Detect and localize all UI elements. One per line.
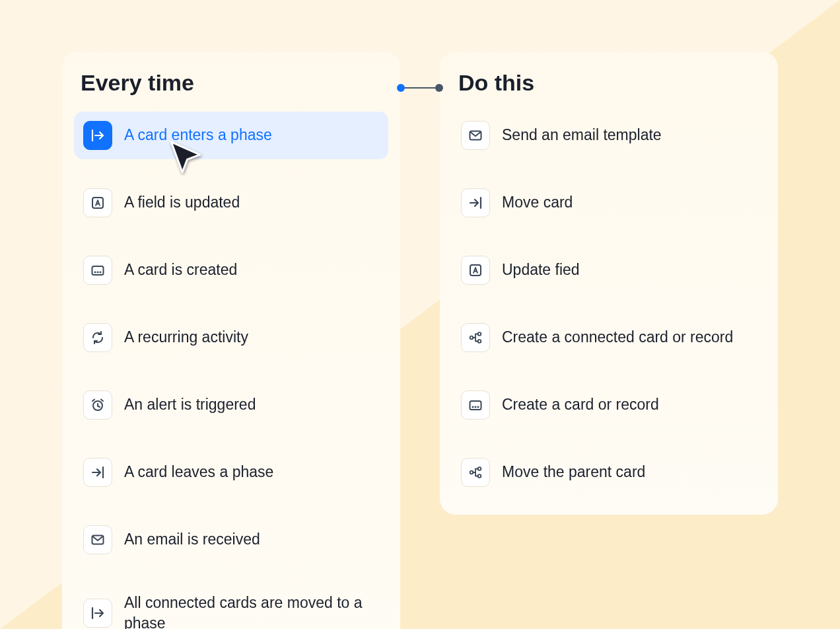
alert-clock-icon	[83, 390, 112, 420]
triggers-list: A card enters a phaseA field is updatedA…	[74, 112, 388, 629]
triggers-panel: Every time A card enters a phaseA field …	[62, 52, 400, 629]
svg-point-21	[472, 406, 473, 408]
trigger-item[interactable]: A recurring activity	[74, 314, 388, 361]
trigger-item-label: An alert is triggered	[124, 394, 256, 415]
svg-point-23	[477, 406, 479, 408]
enter-phase-icon	[83, 599, 112, 628]
trigger-item-label: A recurring activity	[124, 327, 248, 348]
recurring-icon	[83, 323, 112, 352]
trigger-item-label: A card leaves a phase	[124, 462, 273, 482]
triggers-title: Every time	[81, 70, 388, 96]
action-item-label: Send an email template	[502, 125, 662, 145]
field-a-icon	[461, 256, 490, 285]
trigger-item-label: A card is created	[124, 260, 237, 280]
action-item-label: Create a card or record	[502, 394, 659, 415]
email-icon	[461, 121, 490, 150]
trigger-item[interactable]: A card leaves a phase	[74, 449, 388, 496]
card-created-icon	[461, 390, 490, 420]
action-item[interactable]: Update fied	[452, 246, 766, 294]
field-a-icon	[83, 188, 112, 217]
action-item[interactable]: Create a card or record	[452, 381, 766, 429]
card-created-icon	[83, 256, 112, 285]
email-icon	[83, 525, 112, 554]
svg-point-22	[475, 406, 476, 408]
actions-panel: Do this Send an email templateMove cardU…	[440, 52, 778, 515]
trigger-item[interactable]: An email is received	[74, 516, 388, 564]
trigger-item-label: An email is received	[124, 529, 260, 550]
trigger-item-label: A card enters a phase	[124, 125, 272, 145]
enter-phase-icon	[83, 121, 112, 150]
actions-list: Send an email templateMove cardUpdate fi…	[452, 112, 766, 496]
connected-icon	[461, 323, 490, 352]
action-item[interactable]: Create a connected card or record	[452, 314, 766, 361]
trigger-item[interactable]: An alert is triggered	[74, 381, 388, 429]
action-item[interactable]: Send an email template	[452, 112, 766, 159]
action-item-label: Update fied	[502, 260, 580, 280]
trigger-item-label: A field is updated	[124, 192, 240, 213]
trigger-item-label: All connected cards are moved to a phase	[124, 593, 379, 629]
actions-title: Do this	[458, 70, 766, 96]
action-item-label: Create a connected card or record	[502, 327, 733, 348]
action-item[interactable]: Move the parent card	[452, 449, 766, 496]
leave-phase-icon	[83, 458, 112, 487]
action-item[interactable]: Move card	[452, 179, 766, 227]
trigger-item[interactable]: A card is created	[74, 246, 388, 294]
action-item-label: Move the parent card	[502, 462, 645, 482]
connected-icon	[461, 458, 490, 487]
svg-point-18	[94, 272, 96, 273]
trigger-item[interactable]: A card enters a phase	[74, 112, 388, 159]
svg-point-19	[97, 272, 98, 273]
svg-point-20	[100, 272, 101, 273]
trigger-item[interactable]: A field is updated	[74, 179, 388, 227]
leave-phase-icon	[461, 188, 490, 217]
action-item-label: Move card	[502, 192, 573, 213]
trigger-item[interactable]: All connected cards are moved to a phase	[74, 583, 388, 629]
